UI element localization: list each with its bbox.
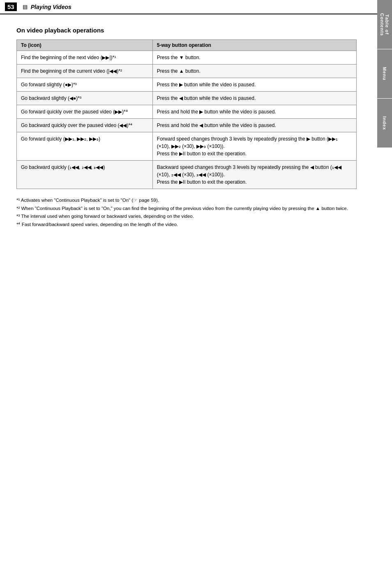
- table-cell-icon-4: Go forward quickly over the paused video…: [17, 105, 153, 119]
- table-cell-op-7: Backward speed changes through 3 levels …: [152, 161, 356, 189]
- table-cell-op-0: Press the ▼ button.: [152, 51, 356, 65]
- footnote-3: *⁴ Fast forward/backward speed varies, d…: [16, 221, 357, 229]
- table-cell-op-1: Press the ▲ button.: [152, 65, 356, 78]
- table-cell-icon-1: Find the beginning of the current video …: [17, 65, 153, 78]
- col1-header: To (icon): [17, 40, 153, 51]
- table-cell-icon-7: Go backward quickly (₁◀◀, ₂◀◀, ₃◀◀): [17, 161, 153, 189]
- table-cell-op-4: Press and hold the ▶ button while the vi…: [152, 105, 356, 119]
- chapter-title: Playing Videos: [31, 4, 71, 10]
- table-cell-op-2: Press the ▶ button while the video is pa…: [152, 78, 356, 92]
- main-content: On video playback operations To (icon) 5…: [0, 14, 377, 241]
- table-cell-op-6: Forward speed changes through 3 levels b…: [152, 132, 356, 161]
- table-cell-op-3: Press the ◀ button while the video is pa…: [152, 92, 356, 105]
- table-cell-icon-2: Go forward slightly (●▶)*³: [17, 78, 153, 92]
- footnote-0: *¹ Activates when "Continuous Playback" …: [16, 196, 357, 205]
- table-cell-op-5: Press and hold the ◀ button while the vi…: [152, 119, 356, 132]
- table-cell-icon-0: Find the beginning of the next video (▶▶…: [17, 51, 153, 65]
- table-cell-icon-6: Go forward quickly (▶▶₁, ▶▶₂, ▶▶₃): [17, 132, 153, 161]
- footnote-1: *² When "Continuous Playback" is set to …: [16, 205, 357, 213]
- section-title: On video playback operations: [16, 27, 357, 34]
- playback-table: To (icon) 5-way button operation Find th…: [16, 39, 357, 189]
- footnote-2: *³ The interval used when going forward …: [16, 212, 357, 221]
- tab-index[interactable]: Index: [377, 99, 392, 148]
- header-bar: 53 ▤ Playing Videos: [0, 0, 392, 14]
- tab-table-of-contents[interactable]: Table of Contents: [377, 0, 392, 49]
- right-tabs: Table of Contents Menu Index: [377, 0, 392, 148]
- chapter-icon: ▤: [23, 4, 28, 10]
- footnotes: *¹ Activates when "Continuous Playback" …: [16, 196, 357, 228]
- page-number: 53: [5, 2, 17, 11]
- col2-header: 5-way button operation: [152, 40, 356, 51]
- table-cell-icon-3: Go backward slightly (◀●)*³: [17, 92, 153, 105]
- table-cell-icon-5: Go backward quickly over the paused vide…: [17, 119, 153, 132]
- tab-menu[interactable]: Menu: [377, 49, 392, 99]
